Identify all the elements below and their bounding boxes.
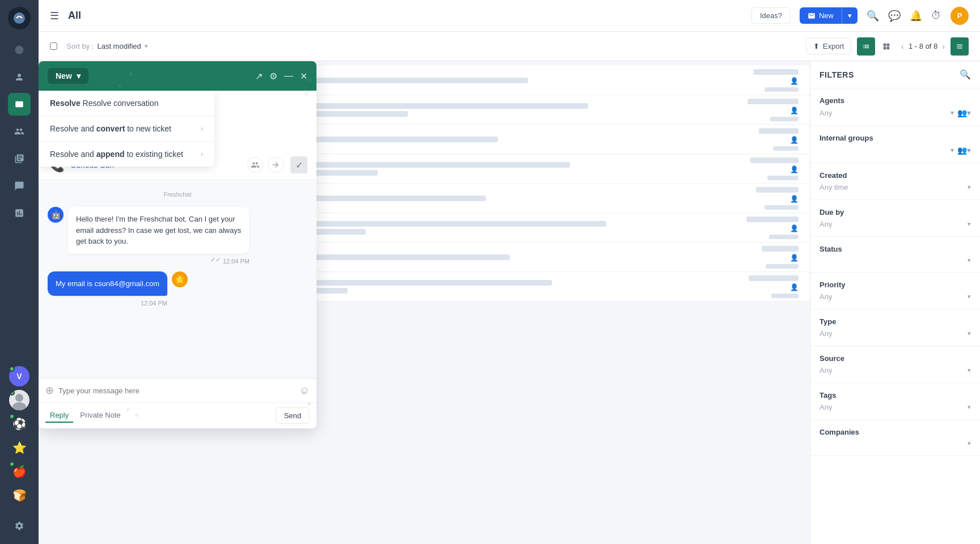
created-value[interactable]: Any time ▾ bbox=[820, 183, 971, 192]
created-arrow-icon: ▾ bbox=[968, 184, 971, 191]
external-link-icon[interactable]: ↗ bbox=[255, 71, 263, 82]
svg-point-0 bbox=[14, 12, 25, 24]
minimize-icon[interactable]: — bbox=[284, 71, 293, 81]
settings-icon[interactable]: ⚙ bbox=[269, 71, 277, 82]
user-message-bubble: My email is csun84@gmail.com bbox=[48, 271, 167, 296]
filter-created: Created Any time ▾ bbox=[810, 163, 980, 200]
sidebar-item-home[interactable] bbox=[8, 39, 31, 61]
ideas-button[interactable]: Ideas? bbox=[751, 7, 791, 24]
status-arrow-icon: ▾ bbox=[968, 257, 971, 264]
chat-input-row: ⊕ ☺ bbox=[39, 379, 316, 402]
avatar-v[interactable]: V bbox=[9, 366, 29, 386]
new-button-dropdown[interactable]: ▾ bbox=[842, 7, 858, 24]
dropdown-item-append[interactable]: Resolve and append to existing ticket › bbox=[39, 142, 214, 167]
sub-header-actions: ⬆ Export ‹ 1 - 8 of 8 › bbox=[806, 37, 969, 56]
sidebar: V ⚽ ⭐ 🍎 🍞 bbox=[0, 0, 39, 544]
sidebar-item-books[interactable] bbox=[8, 147, 31, 170]
sidebar-item-people[interactable] bbox=[8, 120, 31, 143]
agents-people-icon[interactable]: 👥▾ bbox=[957, 108, 971, 117]
source-filter-label: Source bbox=[820, 354, 971, 363]
sort-value[interactable]: Last modified bbox=[97, 42, 141, 50]
due-by-value[interactable]: Any ▾ bbox=[820, 220, 971, 228]
top-header: ☰ All Ideas? New ▾ 🔍 💬 🔔 ⏱ P bbox=[39, 0, 980, 32]
filter-companies: Companies ▾ bbox=[810, 420, 980, 456]
user-avatar[interactable]: P bbox=[951, 7, 969, 25]
status-value[interactable]: ▾ bbox=[820, 257, 971, 264]
filter-status: Status ▾ bbox=[810, 237, 980, 273]
chat-icon[interactable]: 💬 bbox=[888, 10, 901, 22]
app-logo[interactable] bbox=[8, 7, 31, 29]
agents-value[interactable]: Any bbox=[820, 109, 832, 117]
chat-footer: Reply Private Note Send bbox=[39, 402, 316, 428]
type-value[interactable]: Any ▾ bbox=[820, 329, 971, 338]
sort-arrow-icon: ▾ bbox=[145, 42, 148, 50]
new-button-main[interactable]: New bbox=[800, 7, 842, 24]
dropdown-item-convert[interactable]: Resolve and convert to new ticket › bbox=[39, 116, 214, 142]
bell-icon[interactable]: 🔔 bbox=[910, 10, 922, 22]
compact-view-button[interactable] bbox=[951, 37, 969, 56]
groups-people-icon[interactable]: 👥▾ bbox=[957, 146, 971, 155]
search-icon[interactable]: 🔍 bbox=[867, 10, 879, 22]
internal-groups-label: Internal groups bbox=[820, 134, 971, 142]
prev-page-button[interactable]: ‹ bbox=[901, 42, 904, 51]
dropdown-item-resolve[interactable]: Resolve Resolve conversation bbox=[39, 91, 214, 116]
tab-reply[interactable]: Reply bbox=[45, 409, 73, 423]
add-attachment-icon[interactable]: ⊕ bbox=[45, 384, 54, 397]
header-icons: 🔍 💬 🔔 ⏱ bbox=[867, 10, 941, 22]
bot-message-time: 12:04 PM bbox=[223, 258, 250, 265]
svg-point-3 bbox=[15, 394, 23, 402]
source-value[interactable]: Any ▾ bbox=[820, 366, 971, 375]
assign-button[interactable] bbox=[247, 157, 263, 173]
companies-value[interactable]: ▾ bbox=[820, 440, 971, 447]
select-all-checkbox[interactable] bbox=[50, 42, 57, 50]
internal-groups-row: ▾ 👥▾ bbox=[820, 146, 971, 155]
avatar-star[interactable]: ⭐ bbox=[9, 437, 29, 458]
tags-label: Tags bbox=[820, 391, 971, 400]
pagination: ‹ 1 - 8 of 8 › bbox=[901, 42, 945, 51]
resolve-check-button[interactable]: ✓ bbox=[290, 156, 307, 173]
user-message-text: My email is csun84@gmail.com bbox=[56, 279, 159, 288]
chat-messages: Freshchat 🤖 Hello there! I'm the Freshch… bbox=[39, 180, 316, 378]
svg-rect-2 bbox=[15, 101, 23, 108]
agents-arrow-icon[interactable]: ▾ bbox=[951, 109, 954, 117]
avatar-apple[interactable]: 🍎 bbox=[9, 461, 29, 482]
tab-private-note[interactable]: Private Note bbox=[75, 409, 125, 423]
dropdown-arrow-icon: › bbox=[201, 125, 203, 133]
list-view-button[interactable] bbox=[857, 37, 875, 56]
sidebar-item-contacts[interactable] bbox=[8, 66, 31, 88]
export-icon: ⬆ bbox=[813, 42, 820, 50]
avatar-bread[interactable]: 🍞 bbox=[9, 485, 29, 505]
sidebar-item-analytics[interactable] bbox=[8, 202, 31, 224]
filters-search-icon[interactable]: 🔍 bbox=[960, 69, 971, 80]
source-label: Freshchat bbox=[48, 189, 307, 200]
message-read-icon: ✓✓ bbox=[210, 256, 221, 264]
companies-arrow-icon: ▾ bbox=[968, 440, 971, 447]
chat-new-button[interactable]: New ▾ bbox=[48, 68, 88, 84]
new-button-label: New bbox=[819, 11, 834, 20]
next-page-button[interactable]: › bbox=[942, 42, 945, 51]
sidebar-item-settings[interactable] bbox=[8, 515, 31, 537]
priority-value[interactable]: Any ▾ bbox=[820, 292, 971, 301]
close-icon[interactable]: ✕ bbox=[300, 71, 307, 82]
sidebar-item-chat[interactable] bbox=[8, 175, 31, 197]
groups-arrow-icon[interactable]: ▾ bbox=[951, 146, 954, 154]
sub-header: Sort by : Last modified ▾ ⬆ Export ‹ 1 -… bbox=[39, 32, 980, 61]
chat-overlay: New ▾ ↗ ⚙ — ✕ Resolve Resolve conversati… bbox=[39, 61, 316, 428]
due-by-arrow-icon: ▾ bbox=[968, 220, 971, 228]
avatar-soccer[interactable]: ⚽ bbox=[9, 414, 29, 434]
avatar-photo[interactable] bbox=[9, 390, 29, 410]
export-button[interactable]: ⬆ Export bbox=[806, 38, 852, 54]
tags-value[interactable]: Any ▾ bbox=[820, 403, 971, 411]
send-button[interactable]: Send bbox=[276, 407, 310, 424]
user-message-time: 12:04 PM bbox=[141, 300, 167, 307]
transfer-button[interactable] bbox=[268, 157, 284, 173]
grid-view-button[interactable] bbox=[877, 37, 895, 56]
clock-icon[interactable]: ⏱ bbox=[931, 10, 941, 22]
chat-message-input[interactable] bbox=[58, 386, 295, 395]
user-message-row: 🌟 My email is csun84@gmail.com 12:04 PM bbox=[48, 271, 307, 308]
svg-point-4 bbox=[12, 402, 26, 410]
type-label: Type bbox=[820, 317, 971, 326]
emoji-icon[interactable]: ☺ bbox=[299, 385, 310, 397]
menu-icon[interactable]: ☰ bbox=[50, 10, 59, 22]
sidebar-item-tickets[interactable] bbox=[8, 93, 31, 116]
